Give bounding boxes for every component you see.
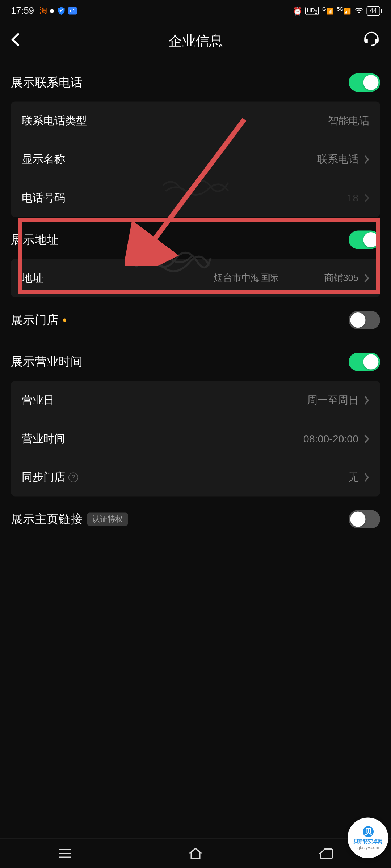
section-address-title: 展示地址 <box>11 232 59 248</box>
help-icon[interactable]: ? <box>68 472 78 482</box>
toggle-store[interactable] <box>349 311 380 329</box>
page-title: 企业信息 <box>168 32 223 50</box>
row-phone-type-label: 联系电话类型 <box>22 114 87 128</box>
section-address-header: 展示地址 <box>11 217 380 259</box>
support-button[interactable] <box>363 31 380 51</box>
row-display-name[interactable]: 显示名称 联系电话 <box>11 140 380 179</box>
chevron-right-icon <box>364 273 369 283</box>
section-link-title-text: 展示主页链接 <box>11 511 83 527</box>
chevron-right-icon <box>364 395 369 405</box>
card-hours: 营业日 周一至周日 营业时间 08:00-20:00 同步门店 ? <box>11 381 380 497</box>
watermark-icon: 贝 <box>362 826 373 837</box>
signal-g-icon: G📶 <box>322 7 334 15</box>
toggle-hours[interactable] <box>349 353 380 371</box>
row-display-name-value: 联系电话 <box>317 152 358 166</box>
row-business-days-value: 周一至周日 <box>307 393 359 407</box>
row-business-hours-value: 08:00-20:00 <box>303 433 358 444</box>
battery-indicator: 44 <box>366 6 380 16</box>
chevron-right-icon <box>364 193 369 203</box>
status-app-icons: 淘 ● ⏱ <box>39 5 77 16</box>
row-business-days[interactable]: 营业日 周一至周日 <box>11 381 380 420</box>
status-time: 17:59 <box>11 5 34 16</box>
watermark-badge: 贝 贝斯特安卓网 zjbstyy.com <box>348 818 388 859</box>
row-sync-store[interactable]: 同步门店 ? 无 <box>11 458 380 497</box>
row-phone-type-value: 智能电话 <box>328 114 369 128</box>
alarm-icon: ⏰ <box>293 7 302 15</box>
row-sync-store-label-text: 同步门店 <box>22 470 65 485</box>
card-phone: 联系电话类型 智能电话 显示名称 联系电话 电话号码 18 <box>11 102 380 217</box>
section-hours-title: 展示营业时间 <box>11 354 83 370</box>
watermark-line1: 贝斯特安卓网 <box>353 838 383 845</box>
toggle-link[interactable] <box>349 510 380 528</box>
row-business-hours[interactable]: 营业时间 08:00-20:00 <box>11 420 380 458</box>
status-bar: 17:59 淘 ● ⏱ ⏰ HD2 G📶 5G📶 44 <box>0 0 391 22</box>
status-left: 17:59 淘 ● ⏱ <box>11 5 77 16</box>
toggle-address[interactable] <box>349 231 380 249</box>
content: 展示联系电话 联系电话类型 智能电话 显示名称 联系电话 电话号码 18 <box>0 60 391 538</box>
section-store-title: 展示门店 <box>11 312 66 328</box>
attention-dot-icon <box>63 319 66 322</box>
row-phone-number-value: 18 <box>347 192 358 204</box>
navigation-bar <box>0 838 391 868</box>
chevron-right-icon <box>364 472 369 482</box>
row-phone-number[interactable]: 电话号码 18 <box>11 179 380 217</box>
nav-recent-button[interactable] <box>43 843 87 864</box>
toggle-phone[interactable] <box>349 73 380 92</box>
card-address: 地址 烟台市中海国际 商铺305 <box>11 259 380 298</box>
chevron-right-icon <box>364 434 369 443</box>
verified-badge: 认证特权 <box>87 513 128 526</box>
section-store-header: 展示门店 <box>11 297 380 339</box>
section-link-title: 展示主页链接 认证特权 <box>11 511 128 527</box>
section-phone-title: 展示联系电话 <box>11 75 83 91</box>
row-phone-number-label: 电话号码 <box>22 191 65 205</box>
row-address[interactable]: 地址 烟台市中海国际 商铺305 <box>11 259 380 298</box>
row-address-label: 地址 <box>22 271 43 286</box>
section-link-header: 展示主页链接 认证特权 <box>11 497 380 539</box>
status-right: ⏰ HD2 G📶 5G📶 44 <box>293 6 380 16</box>
section-hours-header: 展示营业时间 <box>11 339 380 381</box>
row-business-hours-label: 营业时间 <box>22 431 65 446</box>
hd-icon: HD2 <box>305 7 319 15</box>
wifi-icon <box>354 6 363 16</box>
back-button[interactable] <box>11 32 21 50</box>
section-phone-header: 展示联系电话 <box>11 60 380 102</box>
row-sync-store-label: 同步门店 ? <box>22 470 78 485</box>
chevron-right-icon <box>364 154 369 164</box>
section-store-title-text: 展示门店 <box>11 312 59 328</box>
nav-back-button[interactable] <box>304 843 348 864</box>
row-display-name-label: 显示名称 <box>22 152 65 167</box>
signal-5g-icon: 5G📶 <box>337 7 351 15</box>
row-phone-type[interactable]: 联系电话类型 智能电话 <box>11 102 380 140</box>
row-address-value: 烟台市中海国际 商铺305 <box>214 272 358 285</box>
watermark-line2: zjbstyy.com <box>357 845 379 850</box>
nav-home-button[interactable] <box>174 843 217 864</box>
row-sync-store-value: 无 <box>348 470 359 484</box>
row-business-days-label: 营业日 <box>22 393 54 408</box>
header: 企业信息 <box>0 22 391 60</box>
